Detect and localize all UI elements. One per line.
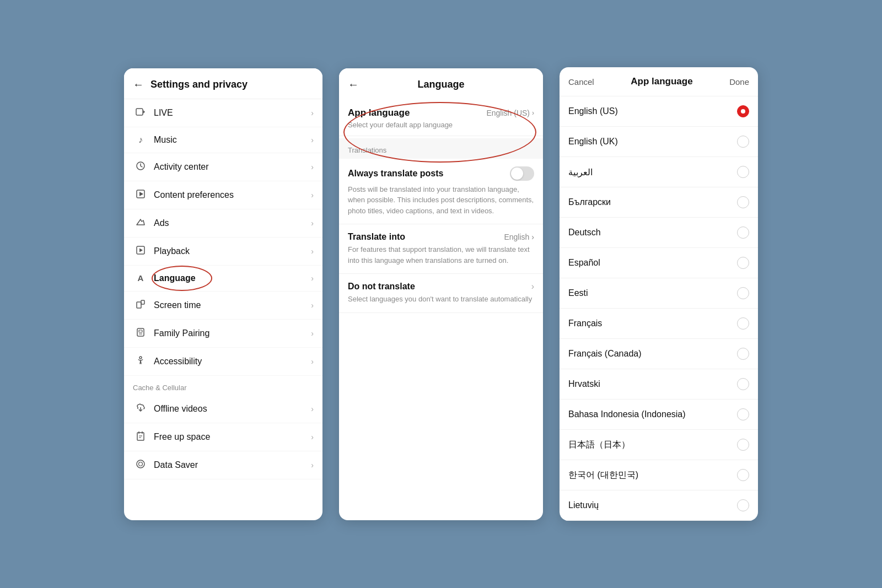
svg-point-13 [139,357,142,359]
offline-icon [133,403,148,415]
radio-ko[interactable] [737,469,749,481]
svg-point-20 [137,460,144,468]
screentime-label: Screen time [154,300,311,310]
lang-name-ja: 日本語（日本） [568,439,737,451]
translations-header: Translations [339,138,543,159]
radio-id[interactable] [737,408,749,420]
radio-en-uk[interactable] [737,136,749,148]
settings-item-family[interactable]: Family Pairing › [124,320,322,348]
datasaver-label: Data Saver [154,460,311,470]
radio-ja[interactable] [737,439,749,451]
translate-posts-row: Always translate posts [348,166,534,181]
activity-label: Activity center [154,162,311,172]
settings-item-language[interactable]: A Language › [124,266,322,292]
radio-hr[interactable] [737,378,749,390]
freeup-chevron: › [311,433,314,441]
app-language-chevron: › [532,109,534,117]
playback-icon [133,245,148,257]
lang-option-en-us[interactable]: English (US) [560,96,758,127]
app-language-subtitle: Select your default app language [348,121,486,129]
settings-item-activity[interactable]: Activity center › [124,153,322,181]
accessibility-label: Accessibility [154,357,311,366]
lang-option-hr[interactable]: Hrvatski [560,369,758,400]
toggle-knob [511,168,523,180]
svg-marker-7 [139,248,143,252]
lang-option-en-uk[interactable]: English (UK) [560,127,758,157]
settings-item-datasaver[interactable]: Data Saver › [124,451,322,479]
lang-name-et: Eesti [568,288,737,298]
lang-option-fr[interactable]: Français [560,309,758,339]
lang-option-de[interactable]: Deutsch [560,218,758,248]
freeup-label: Free up space [154,432,311,442]
svg-marker-5 [137,219,144,225]
datasaver-icon [133,459,148,471]
lang-option-fr-ca[interactable]: Français (Canada) [560,339,758,369]
svg-marker-4 [139,192,143,196]
radio-lt[interactable] [737,499,749,511]
lang-name-en-us: English (US) [568,106,737,116]
settings-item-screentime[interactable]: Screen time › [124,292,322,320]
datasaver-chevron: › [311,461,314,470]
translate-into-value: English [504,233,529,241]
svg-rect-8 [137,302,141,308]
radio-bg[interactable] [737,196,749,208]
lang-name-lt: Lietuvių [568,500,737,510]
radio-fr-ca[interactable] [737,348,749,360]
svg-marker-1 [143,110,145,114]
language-icon: A [133,273,148,283]
translate-into-title: Translate into [348,232,405,242]
live-chevron: › [311,109,314,117]
lang-option-bg[interactable]: Български [560,187,758,218]
settings-panel: ← Settings and privacy LIVE › ♪ Music › … [124,68,322,520]
cancel-button[interactable]: Cancel [568,77,594,87]
settings-item-ads[interactable]: Ads › [124,209,322,238]
back-button[interactable]: ← [133,78,144,91]
settings-item-live[interactable]: LIVE › [124,99,322,127]
settings-item-freeup[interactable]: Free up space › [124,423,322,451]
settings-item-playback[interactable]: Playback › [124,238,322,266]
translate-into-body: For features that support translation, w… [348,244,534,266]
lang-option-et[interactable]: Eesti [560,278,758,309]
ads-label: Ads [154,218,311,228]
playback-label: Playback [154,246,311,256]
app-language-content: App language Select your default app lan… [348,107,486,129]
lang-option-ja[interactable]: 日本語（日本） [560,430,758,460]
radio-de[interactable] [737,226,749,239]
settings-item-content[interactable]: Content preferences › [124,181,322,209]
radio-fr[interactable] [737,317,749,330]
translate-posts-toggle[interactable] [510,166,534,181]
lang-option-ko[interactable]: 한국어 (대한민국) [560,460,758,490]
do-not-translate-chevron: › [531,282,534,292]
do-not-translate-item[interactable]: Do not translate › Select languages you … [339,274,543,313]
settings-item-offline[interactable]: Offline videos › [124,395,322,423]
lang-option-id[interactable]: Bahasa Indonesia (Indonesia) [560,400,758,430]
settings-item-music[interactable]: ♪ Music › [124,127,322,153]
translate-into-item[interactable]: Translate into English › For features th… [339,224,543,274]
music-icon: ♪ [133,135,148,145]
translate-into-value-row: English › [504,233,534,241]
music-chevron: › [311,136,314,144]
translate-posts-body: Posts will be translated into your trans… [348,184,534,217]
music-label: Music [154,135,311,145]
freeup-icon [133,431,148,443]
activity-icon [133,161,148,173]
done-button[interactable]: Done [729,77,749,87]
lang-back-button[interactable]: ← [348,78,359,91]
ads-chevron: › [311,219,314,228]
language-header: ← Language [339,68,543,99]
radio-ar[interactable] [737,166,749,178]
lang-option-lt[interactable]: Lietuvių [560,490,758,521]
app-language-value[interactable]: English (US) › [486,107,534,117]
cache-section-header: Cache & Cellular [124,376,322,395]
settings-header: ← Settings and privacy [124,68,322,99]
radio-en-us[interactable] [737,105,749,117]
settings-item-accessibility[interactable]: Accessibility › [124,348,322,376]
language-panel: ← Language App language Select your defa… [339,68,543,520]
radio-es[interactable] [737,257,749,269]
app-language-row[interactable]: App language Select your default app lan… [339,99,543,136]
family-label: Family Pairing [154,328,311,338]
radio-et[interactable] [737,287,749,299]
content-label: Content preferences [154,190,311,200]
lang-option-es[interactable]: Español [560,248,758,278]
lang-option-ar[interactable]: العربية [560,157,758,187]
